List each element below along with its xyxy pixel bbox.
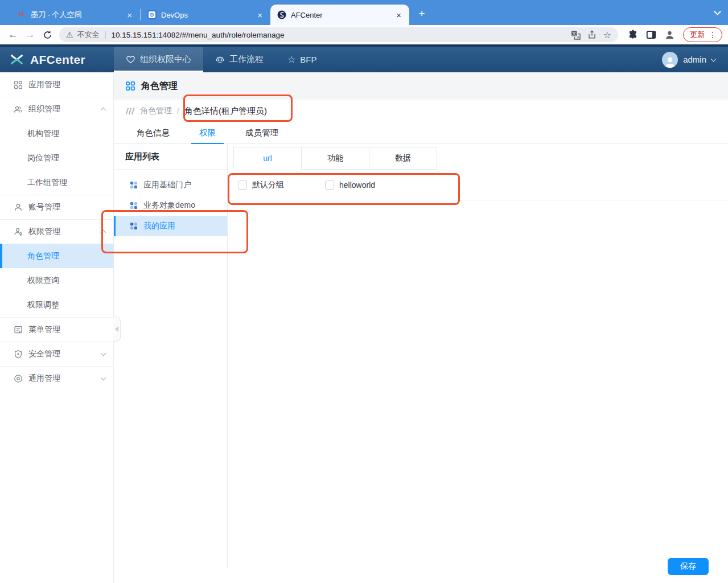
document-icon bbox=[14, 325, 23, 334]
perm-tab-function[interactable]: 功能 bbox=[301, 147, 369, 170]
security-warning-icon[interactable]: ⚠ bbox=[66, 30, 73, 39]
app-list-item-business-object-demo[interactable]: 业务对象demo bbox=[114, 195, 227, 216]
checkbox-icon[interactable] bbox=[238, 180, 247, 190]
sidebar-item-institution-management[interactable]: 机构管理 bbox=[0, 121, 113, 146]
grid-icon bbox=[125, 81, 135, 91]
close-tab-icon[interactable]: × bbox=[255, 10, 265, 20]
breadcrumb-parent[interactable]: 角色管理 bbox=[140, 106, 172, 116]
sidebar-item-account-management[interactable]: 账号管理 bbox=[0, 195, 113, 219]
sidebar-item-role-management[interactable]: 角色管理 bbox=[0, 244, 113, 268]
page-title: 角色管理 bbox=[141, 80, 178, 92]
sidebar-item-position-management[interactable]: 岗位管理 bbox=[0, 146, 113, 170]
checkbox-label: helloworld bbox=[339, 180, 375, 190]
sidebar-item-menu-management[interactable]: 菜单管理 bbox=[0, 317, 113, 342]
browser-toolbar: ← → ⚠ 不安全 10.15.15.151:14082/#/menu_auth… bbox=[0, 25, 728, 44]
url-text[interactable]: 10.15.15.151:14082/#/menu_auth/role/role… bbox=[112, 31, 567, 39]
back-button[interactable]: ← bbox=[6, 27, 20, 42]
side-panel-icon[interactable] bbox=[645, 28, 657, 41]
sidebar-item-label: 安全管理 bbox=[28, 349, 60, 359]
app-list-item-my-app[interactable]: 我的应用 bbox=[114, 216, 227, 236]
share-icon[interactable] bbox=[587, 30, 597, 39]
user-name: admin bbox=[683, 55, 706, 64]
app-list-title: 应用列表 bbox=[114, 144, 227, 170]
main-content: 角色管理 角色管理 / 角色详情(租户管理员) 角色信息 权限 成员管理 应用列… bbox=[114, 72, 728, 583]
app-header-nav: 组织权限中心 工作流程 ☆ BFP bbox=[114, 47, 329, 72]
sidebar-item-label: 角色管理 bbox=[27, 251, 59, 261]
new-tab-button[interactable]: + bbox=[414, 6, 430, 22]
sidebar-item-label: 岗位管理 bbox=[27, 153, 59, 163]
sidebar-collapse-handle[interactable] bbox=[113, 317, 121, 342]
svg-text:文: 文 bbox=[572, 31, 576, 35]
perm-tab-data[interactable]: 数据 bbox=[369, 147, 437, 170]
sidebar-item-label: 菜单管理 bbox=[28, 325, 60, 335]
sidebar-item-permission-management[interactable]: 权限管理 bbox=[0, 219, 113, 244]
tab-role-info[interactable]: 角色信息 bbox=[122, 122, 184, 143]
nav-item-label: BFP bbox=[300, 55, 316, 64]
app-squares-icon bbox=[130, 222, 138, 230]
svg-text:A: A bbox=[577, 35, 579, 39]
close-tab-icon[interactable]: × bbox=[125, 10, 134, 20]
chevron-up-icon[interactable] bbox=[101, 230, 106, 236]
tab-permission[interactable]: 权限 bbox=[184, 122, 231, 143]
sidebar-item-org-management[interactable]: 组织管理 bbox=[0, 97, 113, 121]
sidebar-item-label: 机构管理 bbox=[27, 129, 59, 139]
bookmark-star-icon[interactable]: ☆ bbox=[603, 30, 611, 40]
tab-title: AFCenter bbox=[291, 11, 389, 19]
sidebar-item-workgroup-management[interactable]: 工作组管理 bbox=[0, 170, 113, 195]
sidebar-item-permission-adjust[interactable]: 权限调整 bbox=[0, 293, 113, 317]
perm-tab-url[interactable]: url bbox=[233, 147, 302, 170]
person-key-icon bbox=[14, 227, 23, 236]
permission-detail-area: url 功能 数据 默认分组 helloworld bbox=[228, 144, 728, 583]
forward-button[interactable]: → bbox=[23, 27, 38, 42]
app-squares-icon bbox=[130, 202, 138, 210]
app-list-panel: 应用列表 应用基础门户 业务对象demo bbox=[114, 144, 228, 568]
sidebar-item-label: 权限查询 bbox=[27, 276, 59, 286]
nav-item-org-permission-center[interactable]: 组织权限中心 bbox=[114, 47, 203, 72]
app-brand[interactable]: AFCenter bbox=[0, 47, 114, 72]
breadcrumb-current: 角色详情(租户管理员) bbox=[184, 106, 267, 117]
sidebar-item-general-management[interactable]: 通用管理 bbox=[0, 366, 113, 391]
extensions-puzzle-icon[interactable] bbox=[627, 28, 639, 41]
menu-kebab-icon[interactable]: ⋮ bbox=[709, 30, 717, 39]
user-menu[interactable]: admin bbox=[662, 47, 728, 72]
nav-item-workflow[interactable]: 工作流程 bbox=[203, 47, 275, 72]
sidebar-item-security-management[interactable]: 安全管理 bbox=[0, 342, 113, 366]
tab-label: 成员管理 bbox=[245, 128, 278, 138]
star-icon: ☆ bbox=[287, 54, 295, 65]
update-label: 更新 bbox=[690, 30, 705, 40]
nav-item-bfp[interactable]: ☆ BFP bbox=[275, 47, 329, 72]
app-list-item-base-portal[interactable]: 应用基础门户 bbox=[114, 175, 227, 195]
app-list-item-label: 我的应用 bbox=[143, 221, 175, 231]
browser-tab-afcenter[interactable]: AFCenter × bbox=[270, 5, 409, 25]
chevron-down-icon[interactable] bbox=[101, 351, 106, 356]
checkbox-item-default-group[interactable]: 默认分组 bbox=[238, 180, 284, 190]
chevron-up-icon[interactable] bbox=[101, 108, 106, 113]
slashes-icon bbox=[125, 108, 135, 115]
permission-body: 应用列表 应用基础门户 业务对象demo bbox=[114, 144, 728, 583]
sidebar-item-app-management[interactable]: 应用管理 bbox=[0, 72, 113, 97]
browser-tab-devops[interactable]: D DevOps × bbox=[141, 5, 270, 25]
update-browser-button[interactable]: 更新 ⋮ bbox=[683, 27, 722, 42]
save-button[interactable]: 保存 bbox=[668, 558, 709, 575]
address-bar[interactable]: ⚠ 不安全 10.15.15.151:14082/#/menu_auth/rol… bbox=[59, 27, 618, 42]
devops-favicon-icon: D bbox=[147, 10, 157, 19]
close-tab-icon[interactable]: × bbox=[394, 10, 404, 20]
translate-icon[interactable]: 文A bbox=[571, 30, 581, 40]
profile-avatar-icon[interactable] bbox=[663, 28, 676, 41]
checkbox-icon[interactable] bbox=[325, 180, 334, 190]
browser-tab-moka[interactable]: 墨刀 - 个人空间 × bbox=[10, 5, 140, 25]
nav-item-label: 工作流程 bbox=[229, 54, 264, 65]
reload-button[interactable] bbox=[40, 27, 55, 42]
omnibox-separator bbox=[105, 31, 106, 39]
sidebar-item-label: 权限管理 bbox=[28, 227, 60, 237]
sidebar-item-permission-query[interactable]: 权限查询 bbox=[0, 268, 113, 293]
checkbox-item-helloworld[interactable]: helloworld bbox=[325, 180, 375, 190]
chevron-down-icon[interactable] bbox=[101, 375, 106, 381]
sidebar-item-label: 组织管理 bbox=[28, 104, 60, 114]
browser-tab-strip: 墨刀 - 个人空间 × D DevOps × AFCenter × + bbox=[0, 0, 728, 25]
tab-member-management[interactable]: 成员管理 bbox=[231, 122, 293, 143]
app-list-item-label: 业务对象demo bbox=[143, 200, 195, 211]
tab-search-chevron-icon[interactable] bbox=[714, 8, 721, 15]
url-group-row: 默认分组 helloworld bbox=[228, 170, 728, 200]
person-icon bbox=[14, 203, 23, 212]
